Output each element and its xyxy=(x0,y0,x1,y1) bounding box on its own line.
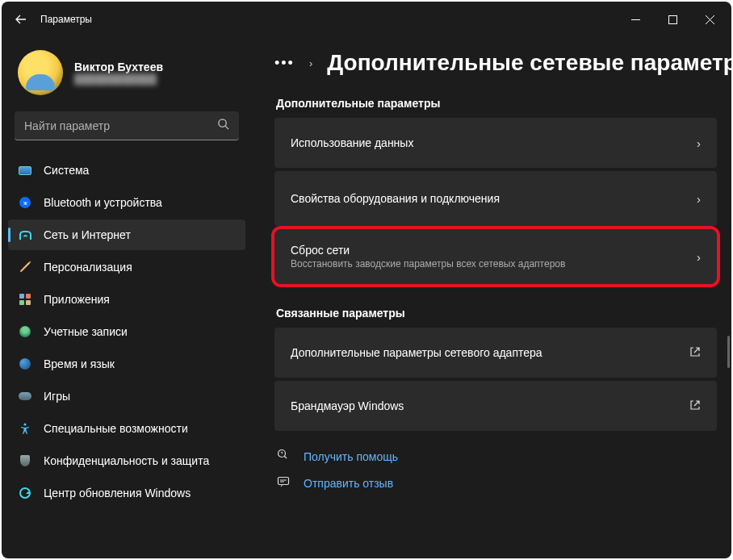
nav-label: Bluetooth и устройства xyxy=(44,196,162,209)
window-title: Параметры xyxy=(40,14,92,25)
nav-item-accessibility[interactable]: Специальные возможности xyxy=(8,413,245,444)
scrollbar-thumb[interactable] xyxy=(727,336,730,368)
search-input[interactable] xyxy=(24,119,217,132)
nav-label: Время и язык xyxy=(44,357,115,370)
chevron-right-icon: › xyxy=(309,57,312,69)
nav-item-accounts[interactable]: Учетные записи xyxy=(8,316,245,347)
nav-item-time[interactable]: Время и язык xyxy=(8,349,245,379)
open-external-icon xyxy=(689,399,701,413)
card-network-reset[interactable]: Сброс сети Восстановить заводские параме… xyxy=(274,229,717,284)
breadcrumb-more-icon[interactable]: ••• xyxy=(274,55,295,72)
nav-label: Центр обновления Windows xyxy=(44,487,191,499)
help-label: Получить помощь xyxy=(304,450,398,463)
card-title: Дополнительные параметры сетевого адапте… xyxy=(291,346,680,359)
update-icon xyxy=(18,486,32,500)
nav-item-system[interactable]: Система xyxy=(8,155,245,186)
back-button[interactable] xyxy=(5,3,37,36)
card-title: Использование данных xyxy=(291,136,687,149)
profile-block[interactable]: Виктор Бухтеев ████████████ xyxy=(8,37,245,111)
card-adapter-options[interactable]: Дополнительные параметры сетевого адапте… xyxy=(274,328,717,378)
nav-label: Персонализация xyxy=(44,261,132,274)
nav-label: Сеть и Интернет xyxy=(44,228,131,241)
chevron-right-icon: › xyxy=(697,192,701,206)
nav-item-bluetooth[interactable]: ⁎ Bluetooth и устройства xyxy=(8,187,245,218)
settings-window: Параметры Виктор Бухтеев ████████████ xyxy=(2,2,731,558)
page-title: Дополнительные сетевые параметр xyxy=(327,50,731,76)
help-link[interactable]: Получить помощь xyxy=(276,449,731,464)
breadcrumb: ••• › Дополнительные сетевые параметр xyxy=(274,40,731,86)
nav-item-personalization[interactable]: Персонализация xyxy=(8,252,245,282)
card-hardware-properties[interactable]: Свойства оборудования и подключения › xyxy=(274,171,717,226)
open-external-icon xyxy=(689,346,701,360)
nav-label: Учетные записи xyxy=(44,325,128,338)
sidebar: Виктор Бухтеев ████████████ Система ⁎ Bl… xyxy=(2,37,252,558)
nav-label: Конфиденциальность и защита xyxy=(44,454,209,467)
main-content: ••• › Дополнительные сетевые параметр До… xyxy=(252,37,731,558)
profile-name: Виктор Бухтеев xyxy=(74,61,163,73)
wifi-icon xyxy=(18,228,32,242)
search-icon xyxy=(217,118,229,133)
profile-email: ████████████ xyxy=(74,73,163,85)
avatar xyxy=(18,50,63,95)
accessibility-icon xyxy=(18,421,32,436)
help-icon xyxy=(276,449,291,464)
feedback-label: Отправить отзыв xyxy=(304,477,393,490)
nav-label: Специальные возможности xyxy=(44,422,188,435)
system-icon xyxy=(18,163,32,178)
chevron-right-icon: › xyxy=(697,250,701,264)
window-controls xyxy=(617,6,728,32)
nav-item-privacy[interactable]: Конфиденциальность и защита xyxy=(8,445,245,476)
nav-label: Система xyxy=(44,164,89,177)
card-subtitle: Восстановить заводские параметры всех се… xyxy=(291,258,687,270)
nav-item-gaming[interactable]: Игры xyxy=(8,381,245,412)
card-data-usage[interactable]: Использование данных › xyxy=(274,118,717,168)
bluetooth-icon: ⁎ xyxy=(18,195,32,210)
card-firewall[interactable]: Брандмауэр Windows xyxy=(274,381,717,431)
card-title: Брандмауэр Windows xyxy=(291,399,680,412)
section-heading-related: Связанные параметры xyxy=(276,307,731,320)
maximize-button[interactable] xyxy=(654,6,691,32)
footer-links: Получить помощь Отправить отзыв xyxy=(274,431,731,507)
brush-icon xyxy=(18,260,32,274)
feedback-link[interactable]: Отправить отзыв xyxy=(276,475,731,491)
gamepad-icon xyxy=(18,389,32,403)
apps-icon xyxy=(18,292,32,307)
globe-icon xyxy=(18,357,32,371)
svg-point-2 xyxy=(23,423,26,425)
minimize-button[interactable] xyxy=(617,6,654,32)
feedback-icon xyxy=(276,475,291,491)
section-heading-extra: Дополнительные параметры xyxy=(276,97,731,110)
nav-item-network[interactable]: Сеть и Интернет xyxy=(8,219,245,250)
svg-rect-4 xyxy=(279,478,289,485)
nav-label: Приложения xyxy=(44,293,110,306)
card-title: Сброс сети xyxy=(291,244,687,257)
nav-item-update[interactable]: Центр обновления Windows xyxy=(8,478,245,508)
chevron-right-icon: › xyxy=(697,136,701,150)
shield-icon xyxy=(18,453,32,468)
close-button[interactable] xyxy=(691,6,728,32)
card-title: Свойства оборудования и подключения xyxy=(291,192,687,205)
svg-rect-0 xyxy=(668,15,676,23)
titlebar: Параметры xyxy=(2,2,731,37)
nav-item-apps[interactable]: Приложения xyxy=(8,284,245,315)
nav-list: Система ⁎ Bluetooth и устройства Сеть и … xyxy=(8,152,245,513)
svg-point-1 xyxy=(219,119,226,127)
search-box[interactable] xyxy=(15,111,239,140)
person-icon xyxy=(18,324,32,339)
nav-label: Игры xyxy=(44,390,70,403)
